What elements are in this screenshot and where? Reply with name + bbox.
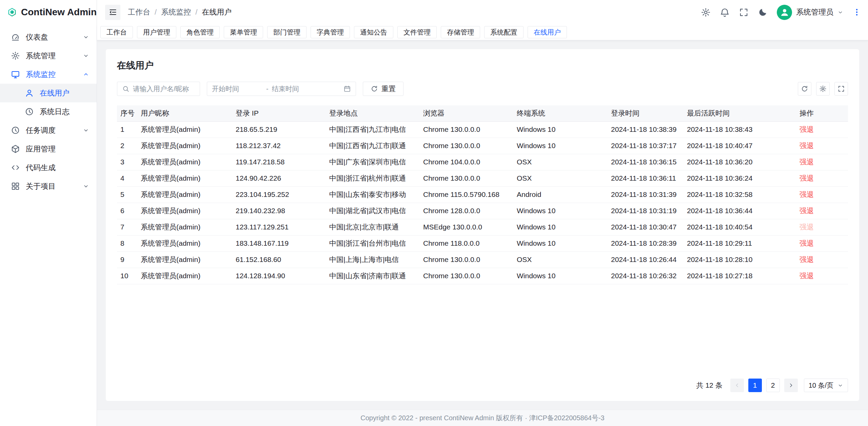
table-cell: 中国|江西省|九江市|电信 xyxy=(329,121,423,138)
sidebar-item[interactable]: 仪表盘 xyxy=(0,28,97,46)
chevron-down-icon xyxy=(837,383,843,388)
table-cell: Chrome 115.0.5790.168 xyxy=(423,186,517,203)
user-menu[interactable]: 系统管理员 xyxy=(777,5,843,20)
table-fullscreen-button[interactable] xyxy=(834,82,848,96)
sidebar-item[interactable]: 系统管理 xyxy=(0,46,97,65)
sidebar-collapse-button[interactable] xyxy=(105,5,120,20)
table-cell: 强退 xyxy=(800,154,848,170)
force-logout-link[interactable]: 强退 xyxy=(800,256,814,263)
fullscreen-icon[interactable] xyxy=(739,7,749,17)
tab[interactable]: 工作台 xyxy=(100,26,133,38)
breadcrumb-item[interactable]: 在线用户 xyxy=(202,7,232,17)
table-cell: Chrome 118.0.0.0 xyxy=(423,235,517,251)
settings-icon[interactable] xyxy=(701,7,711,17)
table-cell: 123.117.129.251 xyxy=(236,219,329,235)
more-options-icon[interactable] xyxy=(852,8,861,17)
page-number-button[interactable]: 1 xyxy=(748,379,762,392)
breadcrumb-item[interactable]: 工作台 xyxy=(128,7,150,17)
gear-icon xyxy=(819,85,827,93)
start-date-input[interactable] xyxy=(212,85,263,93)
table-cell: 2024-11-18 10:40:54 xyxy=(687,219,800,235)
force-logout-link[interactable]: 强退 xyxy=(800,158,814,166)
table-body: 1系统管理员(admin)218.65.5.219中国|江西省|九江市|电信Ch… xyxy=(117,121,848,284)
page-size-select[interactable]: 10 条/页 xyxy=(804,379,848,392)
sidebar-item[interactable]: 关于项目 xyxy=(0,177,97,196)
tab[interactable]: 存储管理 xyxy=(441,26,480,38)
page-number-button[interactable]: 2 xyxy=(766,379,780,392)
next-page-button[interactable] xyxy=(784,379,798,392)
code-icon xyxy=(11,163,20,172)
refresh-table-button[interactable] xyxy=(798,82,811,96)
sidebar-item[interactable]: 任务调度 xyxy=(0,121,97,140)
chevron-down-icon xyxy=(83,127,89,134)
table-row: 7系统管理员(admin)123.117.129.251中国|北京|北京市|联通… xyxy=(117,219,848,235)
date-range-picker[interactable]: - xyxy=(207,82,356,96)
footer: Copyright © 2022 - present ContiNew Admi… xyxy=(97,410,868,426)
tab[interactable]: 部门管理 xyxy=(267,26,307,38)
table-cell: 2024-11-18 10:31:19 xyxy=(611,203,687,219)
table-cell: 2024-11-18 10:36:11 xyxy=(611,170,687,186)
force-logout-link[interactable]: 强退 xyxy=(800,239,814,247)
user-icon xyxy=(25,88,34,98)
table-cell: 强退 xyxy=(800,121,848,138)
table-cell: 强退 xyxy=(800,268,848,284)
table-cell: 系统管理员(admin) xyxy=(141,170,236,186)
search-input[interactable] xyxy=(133,85,195,93)
chevron-down-icon xyxy=(83,34,89,40)
tab[interactable]: 系统配置 xyxy=(484,26,524,38)
force-logout-link[interactable]: 强退 xyxy=(800,223,814,231)
tab[interactable]: 在线用户 xyxy=(528,26,567,38)
table-cell: OSX xyxy=(517,170,611,186)
table-cell: 2024-11-18 10:36:44 xyxy=(687,203,800,219)
force-logout-link[interactable]: 强退 xyxy=(800,190,814,198)
table-cell: 2024-11-18 10:37:17 xyxy=(611,138,687,154)
force-logout-link[interactable]: 强退 xyxy=(800,174,814,182)
table-cell: 中国|浙江省|杭州市|联通 xyxy=(329,170,423,186)
end-date-input[interactable] xyxy=(272,85,340,93)
reset-button-label: 重置 xyxy=(381,84,396,94)
table-cell: 2024-11-18 10:28:10 xyxy=(687,251,800,268)
menu-fold-icon xyxy=(108,8,117,17)
sidebar-subitem[interactable]: 系统日志 xyxy=(0,102,97,121)
table-cell: 强退 xyxy=(800,203,848,219)
sidebar-item[interactable]: 代码生成 xyxy=(0,158,97,177)
tab[interactable]: 角色管理 xyxy=(180,26,220,38)
table-cell: 3 xyxy=(117,154,141,170)
table-cell: 系统管理员(admin) xyxy=(141,268,236,284)
app-icon xyxy=(11,144,20,154)
tab[interactable]: 文件管理 xyxy=(397,26,437,38)
breadcrumb-item[interactable]: 系统监控 xyxy=(161,7,191,17)
dashboard-icon xyxy=(11,33,20,42)
force-logout-link[interactable]: 强退 xyxy=(800,272,814,280)
table-cell: 强退 xyxy=(800,186,848,203)
column-settings-button[interactable] xyxy=(816,82,830,96)
prev-page-button[interactable] xyxy=(730,379,744,392)
bell-icon[interactable] xyxy=(720,7,730,17)
sidebar-item[interactable]: 系统监控 xyxy=(0,65,97,84)
reset-button[interactable]: 重置 xyxy=(363,82,403,96)
force-logout-link[interactable]: 强退 xyxy=(800,207,814,215)
force-logout-link[interactable]: 强退 xyxy=(800,142,814,149)
table-row: 3系统管理员(admin)119.147.218.58中国|广东省|深圳市|电信… xyxy=(117,154,848,170)
chevron-left-icon xyxy=(734,382,741,389)
force-logout-link[interactable]: 强退 xyxy=(800,125,814,133)
table-row: 4系统管理员(admin)124.90.42.226中国|浙江省|杭州市|联通C… xyxy=(117,170,848,186)
table-cell: Windows 10 xyxy=(517,219,611,235)
table-cell: Chrome 130.0.0.0 xyxy=(423,251,517,268)
tab[interactable]: 用户管理 xyxy=(137,26,176,38)
monitor-icon xyxy=(11,70,20,79)
sidebar-subitem[interactable]: 在线用户 xyxy=(0,84,97,102)
table-cell: 中国|北京|北京市|联通 xyxy=(329,219,423,235)
tab[interactable]: 字典管理 xyxy=(311,26,350,38)
user-name: 系统管理员 xyxy=(796,7,833,17)
tab[interactable]: 菜单管理 xyxy=(224,26,263,38)
table-cell: Chrome 104.0.0.0 xyxy=(423,154,517,170)
table-row: 1系统管理员(admin)218.65.5.219中国|江西省|九江市|电信Ch… xyxy=(117,121,848,138)
table-cell: 系统管理员(admin) xyxy=(141,138,236,154)
dark-mode-moon-icon[interactable] xyxy=(758,7,768,17)
app-logo[interactable]: ContiNew Admin xyxy=(0,0,97,24)
table-toolbar xyxy=(798,82,848,96)
sidebar-item[interactable]: 应用管理 xyxy=(0,140,97,158)
tab[interactable]: 通知公告 xyxy=(354,26,393,38)
table-cell: 119.147.218.58 xyxy=(236,154,329,170)
